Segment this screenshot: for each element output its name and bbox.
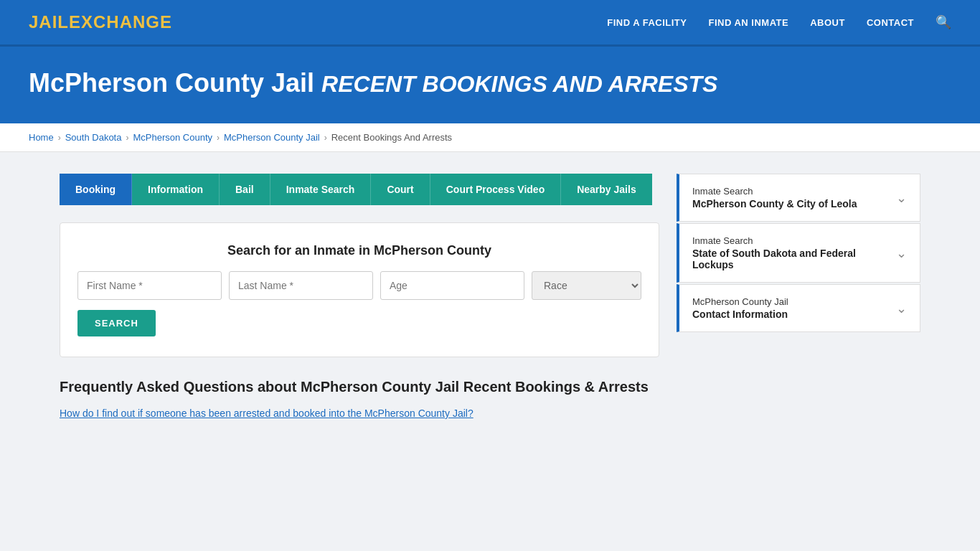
faq-heading: Frequently Asked Questions about McPhers… [60,377,659,396]
tab-inmate-search[interactable]: Inmate Search [270,174,372,205]
right-sidebar: Inmate Search McPherson County & City of… [677,174,920,334]
faq-question-1[interactable]: How do I find out if someone has been ar… [60,406,659,421]
sidebar-card-2-label: Inmate Search [692,235,896,246]
page-title-main: McPherson County Jail [29,68,314,98]
sidebar-card-2-subtitle: State of South Dakota and Federal Lockup… [692,248,896,270]
left-content: Booking Information Bail Inmate Search C… [60,174,659,421]
sidebar-card-2: Inmate Search State of South Dakota and … [677,223,920,283]
sidebar-card-1-header[interactable]: Inmate Search McPherson County & City of… [679,174,920,221]
main-container: Booking Information Bail Inmate Search C… [31,152,949,443]
tab-bar: Booking Information Bail Inmate Search C… [60,174,659,205]
search-fields: Race White Black Hispanic Asian Other [77,271,641,300]
main-nav: FIND A FACILITY FIND AN INMATE ABOUT CON… [607,14,951,30]
sidebar-card-3-label: McPherson County Jail [692,296,788,307]
logo-exchange: EXCHANGE [69,12,172,32]
sidebar-card-2-header[interactable]: Inmate Search State of South Dakota and … [679,224,920,282]
inmate-search-card: Search for an Inmate in McPherson County… [60,222,659,357]
chevron-down-icon-2: ⌄ [896,245,907,261]
last-name-input[interactable] [229,271,373,300]
sidebar-card-2-title-block: Inmate Search State of South Dakota and … [692,235,896,270]
faq-section: Frequently Asked Questions about McPhers… [60,377,659,421]
breadcrumb-current: Recent Bookings And Arrests [331,132,452,143]
race-select[interactable]: Race White Black Hispanic Asian Other [532,271,641,300]
breadcrumb-jail[interactable]: McPherson County Jail [224,132,320,143]
breadcrumb: Home › South Dakota › McPherson County ›… [29,132,951,143]
tab-booking[interactable]: Booking [60,174,132,205]
age-input[interactable] [380,271,524,300]
breadcrumb-sep-1: › [58,133,61,143]
sidebar-card-3: McPherson County Jail Contact Informatio… [677,284,920,332]
breadcrumb-sep-3: › [217,133,220,143]
chevron-down-icon-3: ⌄ [896,301,907,316]
site-logo[interactable]: JAILEXCHANGE [29,12,172,32]
nav-about[interactable]: ABOUT [810,17,845,28]
search-button[interactable]: SEARCH [77,310,156,336]
sidebar-card-3-header[interactable]: McPherson County Jail Contact Informatio… [679,285,920,331]
breadcrumb-bar: Home › South Dakota › McPherson County ›… [0,123,980,152]
breadcrumb-home[interactable]: Home [29,132,54,143]
search-icon[interactable]: 🔍 [936,14,951,30]
sidebar-card-3-title-block: McPherson County Jail Contact Informatio… [692,296,788,320]
sidebar-card-1-label: Inmate Search [692,186,857,197]
nav-find-facility[interactable]: FIND A FACILITY [607,17,687,28]
tab-court-process-video[interactable]: Court Process Video [430,174,561,205]
breadcrumb-sep-4: › [324,133,327,143]
breadcrumb-mcpherson-county[interactable]: McPherson County [133,132,212,143]
site-header: JAILEXCHANGE FIND A FACILITY FIND AN INM… [0,0,980,47]
nav-contact[interactable]: CONTACT [867,17,914,28]
breadcrumb-south-dakota[interactable]: South Dakota [65,132,122,143]
hero-section: McPherson County Jail RECENT BOOKINGS AN… [0,47,980,123]
chevron-down-icon-1: ⌄ [896,190,907,206]
tab-court[interactable]: Court [371,174,430,205]
tab-information[interactable]: Information [132,174,220,205]
tab-nearby-jails[interactable]: Nearby Jails [561,174,652,205]
sidebar-card-3-subtitle: Contact Information [692,309,788,320]
first-name-input[interactable] [77,271,222,300]
nav-find-inmate[interactable]: FIND AN INMATE [708,17,788,28]
sidebar-card-1-subtitle: McPherson County & City of Leola [692,198,857,209]
page-title: McPherson County Jail RECENT BOOKINGS AN… [29,68,951,98]
breadcrumb-sep-2: › [126,133,128,143]
sidebar-card-1-title-block: Inmate Search McPherson County & City of… [692,186,857,209]
page-title-subtitle: RECENT BOOKINGS AND ARRESTS [321,71,717,97]
search-card-title: Search for an Inmate in McPherson County [77,243,641,258]
logo-jail: JAIL [29,12,69,32]
tab-bail[interactable]: Bail [220,174,270,205]
sidebar-card-1: Inmate Search McPherson County & City of… [677,174,920,222]
